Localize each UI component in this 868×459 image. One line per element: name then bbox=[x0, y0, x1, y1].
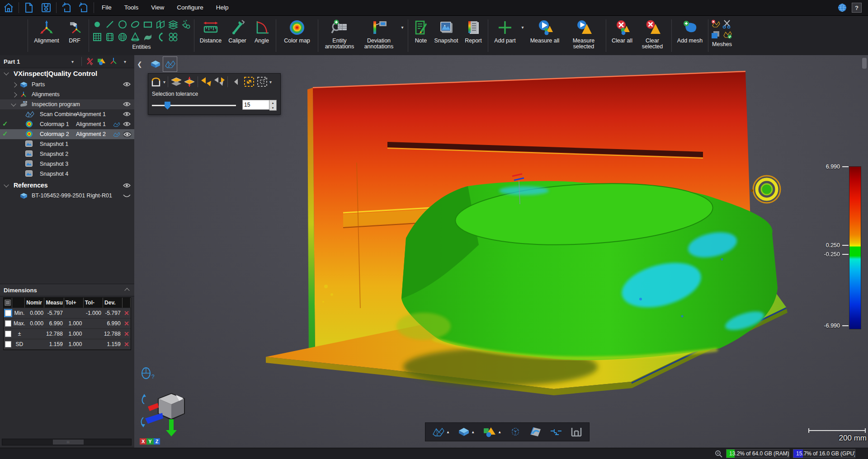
table-row-min[interactable]: Min. 0.000 -5.797 -1.000 -5.797 ✕ bbox=[4, 308, 131, 318]
alignment-filter-icon[interactable] bbox=[109, 57, 118, 65]
validate-mesh-icon[interactable] bbox=[722, 30, 733, 40]
delete-icon[interactable]: ✕ bbox=[124, 330, 129, 337]
tree-item-colormap-1[interactable]: ✓ Colormap 1 Alignment 1 bbox=[0, 119, 134, 129]
menu-view[interactable]: View bbox=[145, 0, 170, 15]
col-tol-minus[interactable]: Tol- bbox=[84, 298, 103, 308]
cylinder-entity-icon[interactable] bbox=[104, 31, 116, 43]
eye-icon[interactable] bbox=[123, 102, 131, 107]
navigation-cube[interactable]: ? bbox=[136, 366, 195, 437]
select-visible-icon[interactable] bbox=[170, 76, 182, 88]
tab-cad-view[interactable] bbox=[149, 57, 162, 71]
rectangle-entity-icon[interactable] bbox=[142, 19, 154, 30]
menu-file[interactable]: File bbox=[95, 0, 118, 15]
point-entity-icon[interactable] bbox=[91, 19, 103, 30]
merge-mesh-icon[interactable] bbox=[711, 30, 722, 40]
line-entity-icon[interactable] bbox=[104, 19, 116, 30]
freeform-entity-icon[interactable] bbox=[180, 19, 192, 30]
sidebar-horizontal-scrollbar[interactable]: ⁞⁞ bbox=[2, 439, 132, 445]
col-measured[interactable]: Measu bbox=[44, 298, 64, 308]
plane-entity-icon[interactable] bbox=[155, 19, 166, 30]
dimensions-panel-header[interactable]: Dimensions bbox=[0, 284, 134, 296]
tree-item-colormap-2-selected[interactable]: ✓ Colormap 2 Alignment 2 bbox=[0, 129, 134, 139]
menu-configure[interactable]: Configure bbox=[170, 0, 210, 15]
new-session-button[interactable] bbox=[20, 1, 38, 14]
delete-icon[interactable]: ✕ bbox=[124, 309, 129, 317]
bounding-box-button[interactable] bbox=[509, 426, 521, 437]
cut-mesh-icon[interactable] bbox=[722, 19, 733, 29]
delete-icon[interactable]: ✕ bbox=[124, 320, 129, 327]
scrollbar-thumb[interactable]: ⁞⁞ bbox=[53, 440, 84, 445]
part-selector[interactable]: Part 1 bbox=[4, 58, 20, 65]
tree-item-alignments[interactable]: Alignments bbox=[0, 89, 134, 99]
tree-item-snapshot-3[interactable]: Snapshot 3 bbox=[0, 159, 134, 169]
tolerance-input[interactable] bbox=[242, 100, 269, 110]
tolerance-spinner[interactable]: ▲▼ bbox=[269, 100, 277, 111]
grow-selection-icon[interactable] bbox=[243, 76, 255, 88]
clear-all-button[interactable]: Clear all bbox=[609, 16, 636, 56]
measure-all-button[interactable]: Measure all bbox=[526, 16, 564, 56]
delete-measures-icon[interactable] bbox=[86, 57, 94, 66]
selection-mode-caret[interactable]: ▾ bbox=[163, 80, 165, 84]
cad-display-button[interactable]: ▲ bbox=[458, 427, 475, 437]
part-selector-caret[interactable]: ▾ bbox=[71, 59, 74, 64]
alignment-button[interactable]: Alignment bbox=[30, 16, 63, 56]
grid-plane-entity-icon[interactable] bbox=[91, 31, 103, 43]
measure-selected-button[interactable]: Measure selected bbox=[564, 16, 604, 56]
entities-display-button[interactable]: ▲ bbox=[483, 426, 501, 437]
table-row-sd[interactable]: SD 1.159 1.000 1.159 ✕ bbox=[4, 339, 131, 350]
col-tol-plus[interactable]: Tol+ bbox=[64, 298, 84, 308]
col-nominal[interactable]: Nomir bbox=[25, 298, 44, 308]
circle-pattern-entity-icon[interactable] bbox=[167, 31, 179, 43]
deviation-annotations-button[interactable]: Deviation annotations bbox=[359, 16, 399, 56]
add-part-dropdown-caret[interactable]: ▾ bbox=[519, 25, 526, 30]
report-button[interactable]: Report bbox=[461, 16, 486, 56]
table-row-max[interactable]: Max. 0.000 6.990 1.000 6.990 ✕ bbox=[4, 318, 131, 329]
collapse-chevron-icon[interactable] bbox=[125, 286, 129, 294]
clear-selected-button[interactable]: Clear selected bbox=[636, 16, 669, 56]
shrink-selection-icon[interactable] bbox=[256, 76, 268, 88]
histogram-button[interactable] bbox=[571, 426, 582, 437]
eye-icon[interactable] bbox=[123, 183, 131, 188]
surface-entity-icon[interactable] bbox=[142, 31, 154, 43]
row-checkbox[interactable] bbox=[5, 331, 11, 337]
xyz-axis-badge[interactable]: XYZ bbox=[140, 438, 160, 445]
globe-icon[interactable] bbox=[837, 3, 847, 13]
note-button[interactable]: Note bbox=[410, 16, 431, 56]
list-menu-icon[interactable] bbox=[5, 300, 11, 306]
add-part-button[interactable]: Add part bbox=[491, 16, 519, 56]
tab-mesh-view[interactable] bbox=[163, 57, 177, 71]
import-session-button[interactable] bbox=[58, 1, 75, 14]
save-button[interactable] bbox=[38, 1, 55, 14]
snapshot-button[interactable]: Snapshot bbox=[431, 16, 461, 56]
tree-item-snapshot-4[interactable]: Snapshot 4 bbox=[0, 169, 134, 179]
eye-icon[interactable] bbox=[123, 122, 131, 126]
entity-annotations-button[interactable]: Entity annotations bbox=[321, 16, 359, 56]
flip-selection-icon[interactable] bbox=[200, 76, 212, 88]
tree-item-parts[interactable]: Parts bbox=[0, 80, 134, 89]
flip-normals-icon[interactable] bbox=[213, 76, 225, 88]
ellipse-entity-icon[interactable] bbox=[129, 19, 141, 30]
zoom-magnifier-icon[interactable] bbox=[715, 450, 722, 458]
col-dev[interactable]: Dev. bbox=[103, 298, 123, 308]
home-button[interactable] bbox=[0, 1, 17, 14]
curve-entity-icon[interactable] bbox=[155, 31, 166, 43]
eye-icon[interactable] bbox=[123, 131, 132, 137]
export-session-button[interactable] bbox=[75, 1, 92, 14]
tree-references[interactable]: References bbox=[0, 180, 134, 191]
free-selection-icon[interactable] bbox=[150, 76, 162, 88]
help-icon[interactable]: ? bbox=[852, 3, 862, 13]
tree-item-snapshot-2[interactable]: Snapshot 2 bbox=[0, 149, 134, 159]
tolerance-slider-handle[interactable] bbox=[165, 102, 170, 110]
cone-entity-icon[interactable] bbox=[129, 31, 141, 43]
menu-help[interactable]: Help bbox=[210, 0, 235, 15]
closed-eye-icon[interactable] bbox=[123, 194, 131, 198]
previous-selection-icon[interactable] bbox=[230, 76, 242, 88]
tree-item-inspection-program[interactable]: Inspection program bbox=[0, 99, 134, 109]
eye-icon[interactable] bbox=[123, 82, 131, 87]
delete-icon[interactable]: ✕ bbox=[124, 341, 129, 348]
mesh-display-button[interactable]: ▲ bbox=[432, 427, 450, 437]
slab-entity-icon[interactable] bbox=[167, 19, 179, 30]
delete-mesh-icon[interactable] bbox=[711, 19, 722, 29]
cross-section-plane-button[interactable] bbox=[530, 426, 542, 437]
colormap-button[interactable]: Color map bbox=[278, 16, 316, 56]
